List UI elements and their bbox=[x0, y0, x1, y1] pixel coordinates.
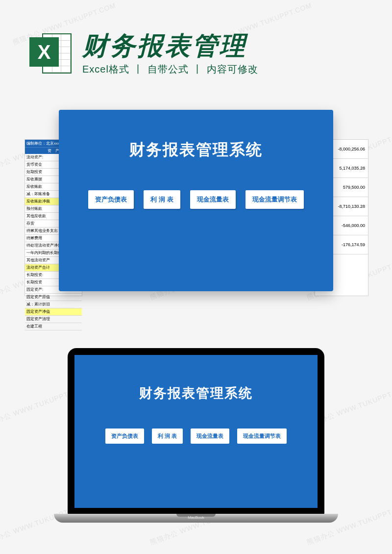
subtitle-formula: 自带公式 bbox=[147, 64, 189, 75]
menu-button-row-laptop: 资产负债表 利 润 表 现金流量表 现金流量调节表 bbox=[105, 428, 287, 444]
balance-sheet-button[interactable]: 资产负债表 bbox=[88, 190, 134, 209]
system-title: 财务报表管理系统 bbox=[129, 139, 263, 161]
menu-button-row: 资产负债表 利 润 表 现金流量表 现金流量调节表 bbox=[88, 190, 303, 209]
cash-flow-adjust-button-laptop[interactable]: 现金流量调节表 bbox=[237, 428, 287, 444]
table-row: 固定资产净值 bbox=[25, 308, 82, 316]
balance-sheet-button-laptop[interactable]: 资产负债表 bbox=[105, 428, 144, 444]
separator: 丨 bbox=[133, 64, 144, 75]
table-row: 在建工程 bbox=[25, 323, 82, 330]
cash-flow-button[interactable]: 现金流量表 bbox=[190, 190, 236, 209]
table-row: 固定资产清理 bbox=[25, 316, 82, 323]
page-subtitle: Excel格式丨自带公式丨内容可修改 bbox=[82, 63, 258, 76]
income-statement-button-laptop[interactable]: 利 润 表 bbox=[152, 428, 183, 444]
laptop-display: 财务报表管理系统 资产负债表 利 润 表 现金流量表 现金流量调节表 bbox=[74, 355, 318, 508]
template-preview: 编制单位：北京xxxx有限… 资 产 流动资产:货币资金短期投资应收票据应收账款… bbox=[29, 110, 363, 321]
page-title: 财务报表管理 bbox=[82, 32, 258, 60]
subtitle-editable: 内容可修改 bbox=[207, 64, 258, 75]
laptop-brand: MacBook bbox=[54, 515, 338, 520]
cash-flow-adjust-button[interactable]: 现金流量调节表 bbox=[245, 190, 304, 209]
excel-icon: X bbox=[29, 32, 73, 76]
main-menu-card: 财务报表管理系统 资产负债表 利 润 表 现金流量表 现金流量调节表 bbox=[59, 110, 333, 291]
table-row: 减：累计折旧 bbox=[25, 301, 82, 308]
subtitle-format: Excel格式 bbox=[82, 64, 129, 75]
cash-flow-button-laptop[interactable]: 现金流量表 bbox=[191, 428, 229, 444]
table-row: 固定资产原值 bbox=[25, 294, 82, 301]
income-statement-button[interactable]: 利 润 表 bbox=[144, 190, 180, 209]
page-header: X 财务报表管理 Excel格式丨自带公式丨内容可修改 bbox=[0, 25, 392, 83]
system-title-laptop: 财务报表管理系统 bbox=[139, 384, 253, 402]
laptop-screen: 财务报表管理系统 资产负债表 利 润 表 现金流量表 现金流量调节表 bbox=[68, 348, 324, 515]
separator: 丨 bbox=[193, 64, 203, 75]
laptop-mockup: 财务报表管理系统 资产负债表 利 润 表 现金流量表 现金流量调节表 MacBo… bbox=[54, 348, 338, 534]
excel-icon-letter: X bbox=[38, 41, 51, 63]
